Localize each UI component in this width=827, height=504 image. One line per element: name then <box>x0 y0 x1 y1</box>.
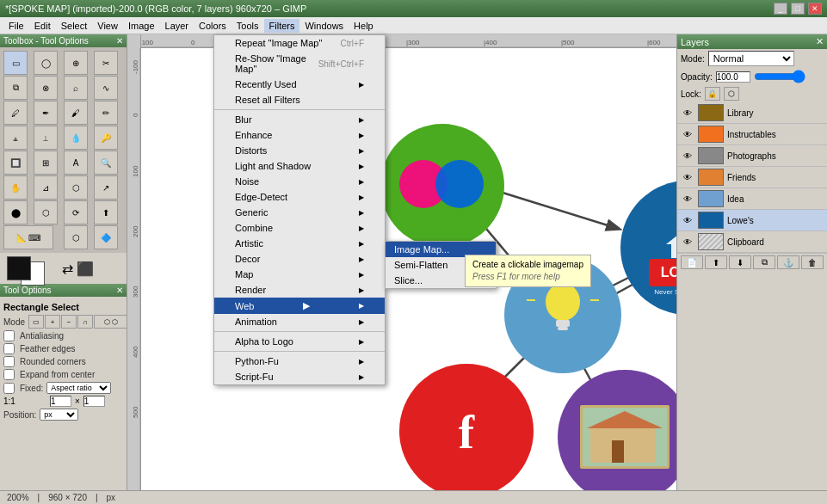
tool-ellipse-select[interactable]: ◯ <box>34 51 58 75</box>
menu-web[interactable]: Web ▶ <box>214 298 385 314</box>
ratio-h-input[interactable] <box>83 396 105 407</box>
tool-move[interactable]: ✋ <box>3 175 28 200</box>
tool-zoom[interactable]: 🔍 <box>94 151 118 175</box>
menu-file[interactable]: File <box>3 19 29 33</box>
menu-edit[interactable]: Edit <box>29 19 56 33</box>
menu-generic[interactable]: Generic <box>214 205 385 220</box>
menu-decor[interactable]: Decor <box>214 251 385 267</box>
tool-options-close[interactable]: ✕ <box>116 286 123 295</box>
tool-align[interactable]: ⊿ <box>34 175 58 200</box>
eye-library[interactable]: 👁 <box>681 108 694 118</box>
menu-view[interactable]: View <box>92 19 123 33</box>
tool-shear[interactable]: ⬡ <box>34 200 58 224</box>
tool-rotate[interactable]: ↗ <box>94 175 118 200</box>
tool-bucket[interactable]: 🔷 <box>94 225 118 249</box>
rounded-check[interactable] <box>3 356 15 367</box>
menu-windows[interactable]: Windows <box>299 19 349 33</box>
tool-smudge[interactable]: 🔲 <box>3 151 28 175</box>
tool-colorpicker[interactable]: ⬡ <box>64 225 88 249</box>
tool-rect-select[interactable]: ▭ <box>3 51 28 75</box>
tool-ink[interactable]: ✏ <box>94 101 118 125</box>
menu-enhance[interactable]: Enhance <box>214 127 385 143</box>
tool-scale[interactable]: ⬤ <box>3 200 28 224</box>
layer-row-friends[interactable]: 👁 Friends <box>677 167 827 188</box>
lock-alpha-btn[interactable]: ⬡ <box>724 87 739 101</box>
menu-recently-used[interactable]: Recently Used <box>214 77 385 92</box>
unit-select[interactable]: px % <box>40 409 78 421</box>
lower-layer-btn[interactable]: ⬇ <box>729 255 751 269</box>
tool-by-color[interactable]: ⧉ <box>3 76 28 100</box>
layer-row-lowes[interactable]: 👁 Lowe's <box>677 210 827 231</box>
tool-crop[interactable]: ⬡ <box>64 175 88 200</box>
antialiasing-check[interactable] <box>3 330 15 341</box>
menu-tools[interactable]: Tools <box>231 19 264 33</box>
layers-close-icon[interactable]: ✕ <box>816 36 824 47</box>
feather-check[interactable] <box>3 343 15 354</box>
maximize-button[interactable]: □ <box>791 3 805 15</box>
tool-perspective[interactable]: ⟳ <box>64 200 88 224</box>
tool-paths[interactable]: ∿ <box>94 76 118 100</box>
menu-filters[interactable]: Filters <box>264 19 300 33</box>
eye-clipboard[interactable]: 👁 <box>681 237 694 247</box>
opacity-slider[interactable] <box>754 70 805 83</box>
menu-colors[interactable]: Colors <box>194 19 231 33</box>
raise-layer-btn[interactable]: ⬆ <box>705 255 727 269</box>
expand-check[interactable] <box>3 369 15 380</box>
mode-feather[interactable]: ⬡ ⬡ <box>94 315 127 329</box>
menu-reset-filters[interactable]: Reset all Filters <box>214 92 385 108</box>
menu-reshow-image-map[interactable]: Re-Show "Image Map" Shift+Ctrl+F <box>214 51 385 77</box>
layer-row-idea[interactable]: 👁 Idea <box>677 188 827 210</box>
titlebar-controls[interactable]: _ □ ✕ <box>774 3 822 15</box>
mode-add[interactable]: + <box>45 315 60 329</box>
menu-alpha-to-logo[interactable]: Alpha to Logo <box>214 334 385 349</box>
layer-row-instructables[interactable]: 👁 Instructables <box>677 124 827 145</box>
menu-help[interactable]: Help <box>349 19 379 33</box>
ratio-w-input[interactable] <box>50 396 71 407</box>
tool-free-select[interactable]: ⊕ <box>64 51 88 75</box>
mode-intersect[interactable]: ∩ <box>77 315 93 329</box>
mode-replace[interactable]: ▭ <box>28 315 44 329</box>
duplicate-layer-btn[interactable]: ⧉ <box>753 255 775 269</box>
new-layer-btn[interactable]: 📄 <box>681 255 703 269</box>
foreground-color[interactable] <box>7 256 31 280</box>
opacity-input[interactable] <box>716 71 750 83</box>
menu-distorts[interactable]: Distorts <box>214 143 385 158</box>
tool-perspective-clone[interactable]: 💧 <box>64 126 88 150</box>
tool-clone[interactable]: ⟁ <box>3 126 28 150</box>
menu-animation[interactable]: Animation <box>214 314 385 329</box>
swap-colors-icon[interactable]: ⇄ <box>62 261 73 277</box>
tool-dodge[interactable]: ⊞ <box>34 151 58 175</box>
tool-flip[interactable]: ⬆ <box>94 200 118 224</box>
fixed-check[interactable] <box>3 383 15 394</box>
layer-row-photographs[interactable]: 👁 Photographs <box>677 145 827 167</box>
tool-foreground-select[interactable]: ⌕ <box>64 76 88 100</box>
tool-scissors[interactable]: ⊗ <box>34 76 58 100</box>
menu-combine[interactable]: Combine <box>214 220 385 236</box>
delete-layer-btn[interactable]: 🗑 <box>801 255 824 269</box>
fixed-select[interactable]: Aspect ratio Fixed size <box>46 382 111 394</box>
tool-heal[interactable]: ⟂ <box>34 126 58 150</box>
tool-airbrush[interactable]: 🖌 <box>64 101 88 125</box>
tool-paint[interactable]: ✒ <box>34 101 58 125</box>
menu-render[interactable]: Render <box>214 282 385 298</box>
menu-artistic[interactable]: Artistic <box>214 236 385 251</box>
menu-layer[interactable]: Layer <box>160 19 194 33</box>
eye-lowes[interactable]: 👁 <box>681 216 694 225</box>
anchor-layer-btn[interactable]: ⚓ <box>777 255 799 269</box>
tool-fuzzy-select[interactable]: ✂ <box>94 51 118 75</box>
reset-colors-icon[interactable]: ⬛ <box>77 261 94 277</box>
menu-map[interactable]: Map <box>214 267 385 282</box>
tool-pencil[interactable]: 🖊 <box>3 101 28 125</box>
menu-python-fu[interactable]: Python-Fu <box>214 353 385 369</box>
eye-instructables[interactable]: 👁 <box>681 130 694 139</box>
tool-text[interactable]: A <box>64 151 88 175</box>
menu-blur[interactable]: Blur <box>214 112 385 127</box>
menu-light-shadow[interactable]: Light and Shadow <box>214 158 385 174</box>
eye-friends[interactable]: 👁 <box>681 173 694 182</box>
menu-script-fu[interactable]: Script-Fu <box>214 369 385 384</box>
layer-row-clipboard[interactable]: 👁 Clipboard <box>677 231 827 253</box>
toolbox-close[interactable]: ✕ <box>116 36 123 46</box>
layer-row-library[interactable]: 👁 Library <box>677 102 827 124</box>
menu-image[interactable]: Image <box>123 19 160 33</box>
tool-blur[interactable]: 🔑 <box>94 126 118 150</box>
